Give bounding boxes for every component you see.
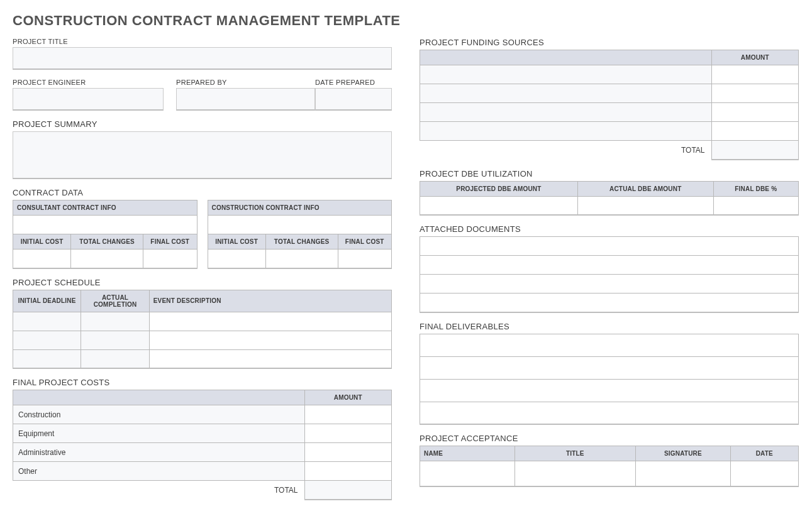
cost-amount-cell[interactable] xyxy=(304,424,391,443)
cost-row-label: Construction xyxy=(13,405,305,424)
right-column: PROJECT FUNDING SOURCES AMOUNT TOTAL PRO… xyxy=(420,38,799,500)
sched-actual-header: ACTUAL COMPLETION xyxy=(81,290,149,312)
dbe-label: PROJECT DBE UTILIZATION xyxy=(420,169,799,178)
prepared-by-label: PREPARED BY xyxy=(176,79,315,86)
project-summary-label: PROJECT SUMMARY xyxy=(13,119,392,129)
acc-date-cell[interactable] xyxy=(730,461,798,486)
acceptance-table: NAME TITLE SIGNATURE DATE xyxy=(420,446,799,487)
cost-row-label: Administrative xyxy=(13,443,305,462)
final-costs-total-label: TOTAL xyxy=(13,481,305,500)
cost-row-label: Equipment xyxy=(13,424,305,443)
attached-label: ATTACHED DOCUMENTS xyxy=(420,224,799,234)
dbe-projected-cell[interactable] xyxy=(420,196,578,215)
funding-total-label: TOTAL xyxy=(420,141,712,160)
construction-total-changes-cell[interactable] xyxy=(265,250,338,268)
consultant-contract-table: CONSULTANT CONTRACT INFO INITIAL COST TO… xyxy=(13,200,197,269)
deliverable-cell[interactable] xyxy=(420,402,799,424)
funding-total-cell[interactable] xyxy=(711,141,798,160)
funding-source-cell[interactable] xyxy=(420,65,712,84)
deliverable-cell[interactable] xyxy=(420,379,799,402)
funding-amount-cell[interactable] xyxy=(711,103,798,122)
consultant-final-cost-cell[interactable] xyxy=(143,250,197,268)
sched-cell[interactable] xyxy=(13,331,81,349)
final-costs-total-cell[interactable] xyxy=(304,481,391,500)
sched-cell[interactable] xyxy=(81,331,149,349)
sched-initial-header: INITIAL DEADLINE xyxy=(13,290,81,312)
acc-name-cell[interactable] xyxy=(420,461,515,486)
deliverables-label: FINAL DELIVERABLES xyxy=(420,322,799,331)
construction-contract-table: CONSTRUCTION CONTRACT INFO INITIAL COST … xyxy=(208,200,392,269)
contract-data-label: CONTRACT DATA xyxy=(13,188,392,197)
attached-cell[interactable] xyxy=(420,237,799,256)
deliverable-cell[interactable] xyxy=(420,334,799,356)
attached-cell[interactable] xyxy=(420,275,799,293)
funding-source-cell[interactable] xyxy=(420,84,712,103)
sched-cell[interactable] xyxy=(81,349,149,368)
construction-initial-cost-cell[interactable] xyxy=(208,250,265,268)
funding-amount-cell[interactable] xyxy=(711,84,798,103)
dbe-actual-cell[interactable] xyxy=(577,196,713,215)
sched-event-header: EVENT DESCRIPTION xyxy=(149,290,391,312)
dbe-actual-header: ACTUAL DBE AMOUNT xyxy=(577,181,713,196)
final-costs-label: FINAL PROJECT COSTS xyxy=(13,378,392,387)
dbe-projected-header: PROJECTED DBE AMOUNT xyxy=(420,181,578,196)
funding-amount-header: AMOUNT xyxy=(711,50,798,65)
prepared-by-input[interactable] xyxy=(176,88,315,111)
cost-row-label: Other xyxy=(13,462,305,481)
cost-amount-cell[interactable] xyxy=(304,405,391,424)
funding-label: PROJECT FUNDING SOURCES xyxy=(420,38,799,47)
attached-table xyxy=(420,236,799,313)
deliverables-table xyxy=(420,334,799,425)
funding-source-cell[interactable] xyxy=(420,122,712,141)
sched-cell[interactable] xyxy=(81,312,149,331)
acc-name-header: NAME xyxy=(420,446,515,461)
sched-cell[interactable] xyxy=(13,349,81,368)
attached-cell[interactable] xyxy=(420,293,799,312)
consultant-info-cell[interactable] xyxy=(13,216,197,234)
funding-amount-cell[interactable] xyxy=(711,122,798,141)
acc-title-cell[interactable] xyxy=(514,461,636,486)
date-prepared-label: DATE PREPARED xyxy=(315,79,392,86)
dbe-final-header: FINAL DBE % xyxy=(713,181,798,196)
project-summary-input[interactable] xyxy=(13,131,392,179)
left-column: PROJECT TITLE PROJECT ENGINEERPREPARED B… xyxy=(13,38,392,500)
project-schedule-table: INITIAL DEADLINE ACTUAL COMPLETION EVENT… xyxy=(13,290,392,370)
construction-final-cost-cell[interactable] xyxy=(338,250,391,268)
acc-title-header: TITLE xyxy=(514,446,636,461)
sched-cell[interactable] xyxy=(149,312,391,331)
attached-cell[interactable] xyxy=(420,256,799,275)
acc-signature-header: SIGNATURE xyxy=(636,446,731,461)
final-costs-table: AMOUNT Construction Equipment Administra… xyxy=(13,390,392,500)
acc-signature-cell[interactable] xyxy=(636,461,731,486)
date-prepared-input[interactable] xyxy=(315,88,392,111)
project-title-input[interactable] xyxy=(13,47,392,70)
sched-cell[interactable] xyxy=(13,312,81,331)
cost-amount-cell[interactable] xyxy=(304,462,391,481)
sched-cell[interactable] xyxy=(149,331,391,349)
funding-amount-cell[interactable] xyxy=(711,65,798,84)
construction-info-cell[interactable] xyxy=(208,216,392,234)
cost-amount-cell[interactable] xyxy=(304,443,391,462)
consultant-final-cost-header: FINAL COST xyxy=(143,234,197,250)
acc-date-header: DATE xyxy=(730,446,798,461)
funding-blank-header xyxy=(420,50,712,65)
sched-cell[interactable] xyxy=(149,349,391,368)
project-schedule-label: PROJECT SCHEDULE xyxy=(13,278,392,287)
consultant-initial-cost-header: INITIAL COST xyxy=(13,234,71,250)
consultant-total-changes-header: TOTAL CHANGES xyxy=(71,234,143,250)
consultant-initial-cost-cell[interactable] xyxy=(13,250,71,268)
project-title-label: PROJECT TITLE xyxy=(13,38,392,45)
project-engineer-input[interactable] xyxy=(13,88,164,111)
construction-header: CONSTRUCTION CONTRACT INFO xyxy=(208,200,392,216)
funding-table: AMOUNT TOTAL xyxy=(420,50,799,160)
funding-source-cell[interactable] xyxy=(420,103,712,122)
dbe-final-cell[interactable] xyxy=(713,196,798,215)
project-engineer-label: PROJECT ENGINEER xyxy=(13,79,164,86)
deliverable-cell[interactable] xyxy=(420,356,799,379)
page-title: CONSTRUCTION CONTRACT MANAGEMENT TEMPLAT… xyxy=(13,13,799,29)
construction-initial-cost-header: INITIAL COST xyxy=(208,234,265,250)
acceptance-label: PROJECT ACCEPTANCE xyxy=(420,434,799,443)
consultant-total-changes-cell[interactable] xyxy=(71,250,143,268)
dbe-table: PROJECTED DBE AMOUNT ACTUAL DBE AMOUNT F… xyxy=(420,181,799,216)
construction-final-cost-header: FINAL COST xyxy=(338,234,391,250)
